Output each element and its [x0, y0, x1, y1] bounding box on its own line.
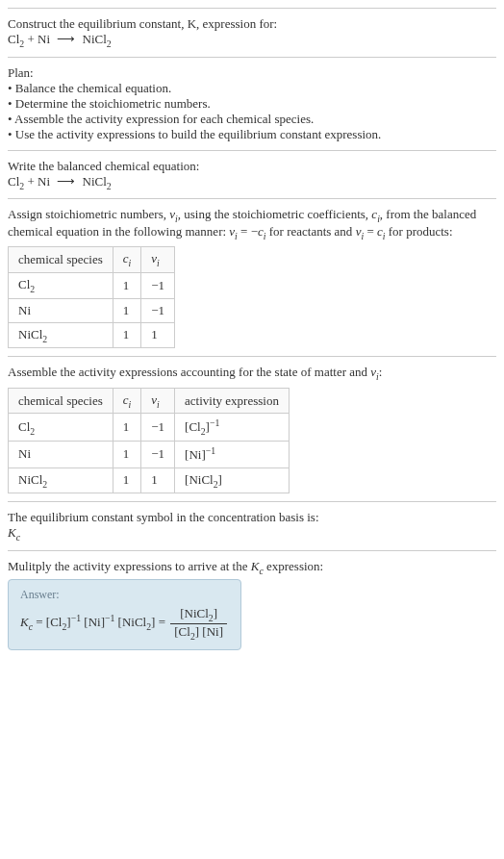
st-e: for products: [385, 224, 452, 239]
th-species: chemical species [9, 247, 113, 273]
beq-plus: + Ni [24, 174, 53, 189]
section-plan: Plan: • Balance the chemical equation. •… [8, 57, 496, 150]
arrow-icon-2: ⟶ [57, 174, 75, 189]
mult-b: expression: [264, 559, 323, 573]
answer-expression: Kc = [Cl2]−1 [Ni]−1 [NiCl2] = [NiCl2][Cl… [20, 606, 229, 641]
section-kc-symbol: The equilibrium constant symbol in the c… [8, 501, 496, 550]
table-row: Ni 1 −1 [9, 298, 175, 322]
kc-symbol: Kc [8, 525, 496, 543]
plan-bullet-3: • Assemble the activity expression for e… [8, 112, 496, 127]
td-ni: Ni [9, 298, 113, 322]
st-a: Assign stoichiometric numbers, [8, 207, 169, 221]
stoich-table: chemical species ci νi Cl2 1 −1 Ni 1 −1 … [8, 246, 175, 348]
arrow-icon: ⟶ [57, 32, 75, 47]
beq-sub2: 2 [107, 180, 112, 190]
atd-nicl2: NiCl2 [9, 467, 113, 493]
atd-cl2-nu: −1 [141, 414, 175, 442]
table-row: Cl2 1 −1 [Cl2]−1 [9, 414, 290, 442]
atd-nicl2-a: NiCl [18, 472, 42, 487]
table-header-row: chemical species ci νi [9, 247, 175, 273]
st-b: , using the stoichiometric coefficients, [178, 207, 372, 221]
plan-bullet-1: • Balance the chemical equation. [8, 81, 496, 96]
ans-t3a: [NiCl [114, 615, 146, 629]
atd-cl2: Cl2 [9, 414, 113, 442]
den-a: [Cl [174, 624, 190, 639]
act-a: Assemble the activity expressions accoun… [8, 365, 370, 379]
kc-text: The equilibrium constant symbol in the c… [8, 510, 496, 525]
plan-bullet-4: • Use the activity expressions to build … [8, 127, 496, 142]
frac-den: [Cl2] [Ni] [170, 624, 227, 642]
ath-nui: νi [141, 388, 175, 414]
th-ci-sub: i [129, 258, 132, 268]
atd-cl2-act: [Cl2]−1 [175, 414, 290, 442]
atd-ni: Ni [9, 442, 113, 467]
td-cl2: Cl2 [9, 272, 113, 298]
construct-line: Construct the equilibrium constant, K, e… [8, 16, 496, 32]
stoich-text: Assign stoichiometric numbers, νi, using… [8, 207, 496, 240]
atd-nicl2-act: [NiCl2] [175, 467, 290, 493]
atd-nicl2-nu: 1 [141, 467, 175, 493]
num-c: ] [214, 606, 217, 620]
st-r1b: = − [238, 224, 258, 239]
ans-t2b: −1 [105, 613, 114, 623]
th-nui-sub: i [157, 258, 160, 268]
beq-nicl: NiCl [79, 174, 107, 189]
answer-box: Answer: Kc = [Cl2]−1 [Ni]−1 [NiCl2] = [N… [8, 579, 241, 649]
eq-nicl: NiCl [79, 32, 107, 46]
ath-ci: ci [113, 388, 141, 414]
atd-nicl2-act-a: [NiCl [185, 472, 214, 487]
td-cl2-nu: −1 [141, 272, 175, 298]
atd-ni-c: 1 [113, 442, 141, 467]
td-nicl2-nu: 1 [141, 322, 175, 348]
section-multiply: Mulitply the activity expressions to arr… [8, 550, 496, 658]
plan-title: Plan: [8, 65, 496, 81]
den-c: ] [Ni] [195, 624, 223, 639]
table-row: Cl2 1 −1 [9, 272, 175, 298]
td-nicl2: NiCl2 [9, 322, 113, 348]
atd-ni-nu: −1 [141, 442, 175, 467]
td-ni-nu: −1 [141, 298, 175, 322]
table-header-row: chemical species ci νi activity expressi… [9, 388, 290, 414]
kc-c: c [16, 532, 20, 543]
ans-t1d: −1 [71, 613, 81, 623]
kc-k: K [8, 525, 16, 540]
activity-text: Assemble the activity expressions accoun… [8, 365, 496, 382]
section-construct: Construct the equilibrium constant, K, e… [8, 8, 496, 57]
num-a: [NiCl [180, 606, 209, 620]
eq-sub2: 2 [107, 38, 112, 49]
construct-equation: Cl2 + Ni ⟶ NiCl2 [8, 32, 496, 49]
table-row: NiCl2 1 1 [9, 322, 175, 348]
atd-cl2-act-d: −1 [210, 417, 219, 428]
td-cl2-b: 2 [30, 284, 35, 294]
atd-cl2-act-a: [Cl [185, 420, 201, 435]
st-d: for reactants and [266, 224, 356, 239]
table-row: NiCl2 1 1 [NiCl2] [9, 467, 290, 493]
th-ci: ci [113, 247, 141, 273]
st-r2b: = [364, 224, 377, 239]
eq-cl: Cl [8, 32, 19, 46]
frac-num: [NiCl2] [170, 606, 227, 624]
answer-fraction: [NiCl2][Cl2] [Ni] [170, 606, 227, 641]
answer-label: Answer: [20, 588, 229, 602]
atd-ni-act: [Ni]−1 [175, 442, 290, 467]
atd-nicl2-c: 1 [113, 467, 141, 493]
eq-plus: + Ni [24, 32, 53, 46]
ath-activity: activity expression [175, 388, 290, 414]
table-row: Ni 1 −1 [Ni]−1 [9, 442, 290, 467]
beq-cl: Cl [8, 174, 19, 189]
ans-t3c: ] = [151, 615, 168, 629]
act-b: : [379, 365, 383, 379]
atd-cl2-a: Cl [18, 419, 30, 434]
atd-nicl2-b: 2 [42, 478, 47, 489]
ans-t1a: [Cl [46, 615, 63, 629]
atd-ni-act-b: −1 [206, 445, 215, 456]
atd-ni-act-a: [Ni] [185, 448, 206, 463]
balanced-equation: Cl2 + Ni ⟶ NiCl2 [8, 174, 496, 191]
ath-ci-s: i [129, 398, 132, 409]
section-activity: Assemble the activity expressions accoun… [8, 356, 496, 501]
td-cl2-a: Cl [18, 277, 30, 291]
atd-nicl2-act-c: ] [218, 472, 222, 487]
td-ni-c: 1 [113, 298, 141, 322]
atd-cl2-b: 2 [30, 425, 35, 436]
plan-bullet-2: • Determine the stoichiometric numbers. [8, 96, 496, 112]
